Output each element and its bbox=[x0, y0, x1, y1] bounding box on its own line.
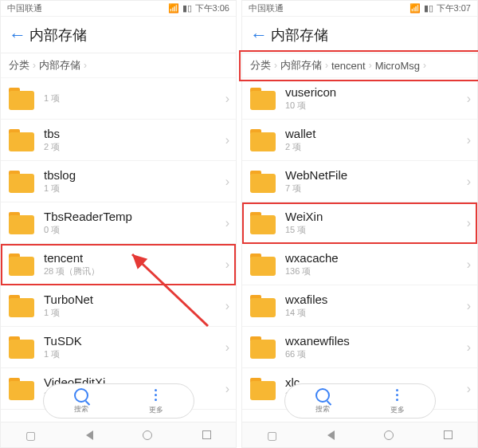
folder-row[interactable]: TuSDK1 项› bbox=[1, 327, 236, 368]
breadcrumb[interactable]: 分类 › 内部存储 › bbox=[1, 53, 236, 78]
folder-row[interactable]: tbslog1 项› bbox=[1, 161, 236, 202]
folder-row[interactable]: tbs2 项› bbox=[1, 120, 236, 161]
more-button[interactable]: 更多 bbox=[149, 387, 163, 415]
search-label: 搜索 bbox=[315, 404, 330, 415]
folder-icon bbox=[250, 88, 276, 110]
chevron-right-icon: › bbox=[325, 60, 328, 71]
folder-name: TuSDK bbox=[44, 334, 225, 348]
folder-text: vusericon10 项 bbox=[285, 85, 467, 111]
chevron-right-icon: › bbox=[467, 175, 471, 189]
folder-sub: 7 项 bbox=[285, 183, 467, 194]
carrier: 中国联通 bbox=[249, 2, 284, 14]
chevron-right-icon: › bbox=[467, 257, 471, 272]
folder-name: WeiXin bbox=[285, 210, 467, 224]
back-icon[interactable]: ← bbox=[250, 25, 271, 45]
chevron-right-icon: › bbox=[225, 175, 229, 189]
folder-sub: 10 项 bbox=[285, 100, 467, 111]
crumb[interactable]: tencent bbox=[331, 60, 366, 72]
folder-name: TurboNet bbox=[44, 293, 225, 307]
chevron-right-icon: › bbox=[369, 60, 372, 71]
nav-recent-icon[interactable] bbox=[202, 430, 211, 439]
folder-row[interactable]: TurboNet1 项› bbox=[1, 285, 236, 327]
chevron-right-icon: › bbox=[467, 216, 471, 230]
folder-text: tbslog1 项 bbox=[44, 168, 225, 194]
chevron-right-icon: › bbox=[225, 257, 229, 272]
signal-icon: 📶 bbox=[168, 3, 179, 14]
folder-text: wxafiles14 项 bbox=[285, 293, 467, 318]
nav-recent-icon[interactable] bbox=[444, 430, 453, 439]
android-nav: ▢ bbox=[242, 422, 477, 447]
search-button[interactable]: 搜索 bbox=[74, 388, 88, 415]
folder-name: vusericon bbox=[285, 85, 467, 100]
folder-text: wallet2 项 bbox=[285, 127, 467, 152]
chevron-right-icon: › bbox=[467, 92, 471, 106]
folder-row[interactable]: TbsReaderTemp0 项› bbox=[1, 202, 236, 244]
crumb[interactable]: 分类 bbox=[250, 58, 271, 73]
folder-icon bbox=[9, 88, 34, 110]
folder-icon bbox=[9, 212, 34, 234]
android-nav: ▢ bbox=[1, 422, 236, 447]
chevron-right-icon: › bbox=[274, 60, 277, 71]
chevron-right-icon: › bbox=[84, 60, 87, 71]
more-label: 更多 bbox=[390, 405, 405, 415]
folder-row[interactable]: wxafiles14 项› bbox=[242, 285, 477, 327]
breadcrumb[interactable]: 分类 › 内部存储 › tencent › MicroMsg › bbox=[242, 53, 477, 78]
crumb[interactable]: 内部存储 bbox=[280, 58, 322, 73]
toolbar: 搜索 更多 bbox=[284, 383, 436, 419]
status-bar: 中国联通 📶 ▮▯ 下午3:07 bbox=[242, 1, 477, 17]
folder-row[interactable]: tencent28 项（腾讯）› bbox=[1, 244, 236, 285]
chevron-right-icon: › bbox=[225, 382, 229, 396]
crumb[interactable]: 内部存储 bbox=[39, 58, 80, 73]
folder-sub: 2 项 bbox=[44, 141, 225, 152]
toolbar: 搜索 更多 bbox=[43, 383, 194, 419]
folder-sub: 1 项 bbox=[44, 92, 225, 104]
folder-row[interactable]: wxacache136 项› bbox=[242, 244, 477, 285]
folder-name: tbs bbox=[44, 127, 225, 141]
nav-menu-icon[interactable]: ▢ bbox=[267, 429, 277, 442]
search-button[interactable]: 搜索 bbox=[315, 388, 330, 415]
chevron-right-icon: › bbox=[33, 60, 36, 71]
folder-name: tencent bbox=[44, 251, 225, 265]
clock: 下午3:06 bbox=[195, 2, 229, 14]
folder-sub: 1 项 bbox=[44, 307, 225, 318]
more-icon bbox=[155, 387, 157, 403]
folder-text: TuSDK1 项 bbox=[44, 334, 225, 360]
folder-sub: 2 项 bbox=[285, 141, 467, 152]
header: ← 内部存储 bbox=[1, 17, 236, 53]
folder-row[interactable]: 1 项› bbox=[1, 78, 236, 120]
folder-sub: 0 项 bbox=[44, 224, 225, 235]
nav-back-icon[interactable] bbox=[86, 430, 93, 440]
header: ← 内部存储 bbox=[242, 17, 477, 53]
crumb[interactable]: 分类 bbox=[9, 58, 29, 73]
folder-text: WeiXin15 项 bbox=[285, 210, 467, 235]
more-button[interactable]: 更多 bbox=[390, 387, 405, 415]
page-title: 内部存储 bbox=[271, 26, 328, 45]
folder-sub: 15 项 bbox=[285, 224, 467, 235]
folder-icon bbox=[9, 295, 34, 317]
folder-text: tbs2 项 bbox=[44, 127, 225, 152]
search-icon bbox=[74, 388, 88, 403]
folder-text: TbsReaderTemp0 项 bbox=[44, 210, 225, 235]
folder-sub: 14 项 bbox=[285, 307, 467, 318]
nav-back-icon[interactable] bbox=[327, 430, 335, 440]
chevron-right-icon: › bbox=[225, 340, 229, 355]
chevron-right-icon: › bbox=[467, 382, 471, 396]
screen-left: 中国联通 📶 ▮▯ 下午3:06 ← 内部存储 分类 › 内部存储 › 1 项›… bbox=[0, 0, 237, 448]
folder-icon bbox=[250, 129, 276, 151]
folder-row[interactable]: wxanewfiles66 项› bbox=[242, 327, 477, 368]
nav-home-icon[interactable] bbox=[384, 430, 394, 440]
crumb[interactable]: MicroMsg bbox=[375, 60, 420, 72]
folder-row[interactable]: WebNetFile7 项› bbox=[242, 161, 477, 202]
nav-menu-icon[interactable]: ▢ bbox=[25, 429, 36, 442]
back-icon[interactable]: ← bbox=[9, 25, 29, 45]
folder-sub: 28 项（腾讯） bbox=[44, 265, 225, 277]
carrier: 中国联通 bbox=[7, 2, 42, 14]
status-bar: 中国联通 📶 ▮▯ 下午3:06 bbox=[1, 1, 236, 17]
folder-row[interactable]: WeiXin15 项› bbox=[242, 202, 477, 244]
folder-text: 1 项 bbox=[44, 92, 225, 104]
chevron-right-icon: › bbox=[225, 133, 229, 147]
folder-row[interactable]: vusericon10 项› bbox=[242, 78, 477, 120]
folder-text: wxanewfiles66 项 bbox=[285, 334, 467, 360]
folder-row[interactable]: wallet2 项› bbox=[242, 120, 477, 161]
nav-home-icon[interactable] bbox=[143, 430, 152, 440]
